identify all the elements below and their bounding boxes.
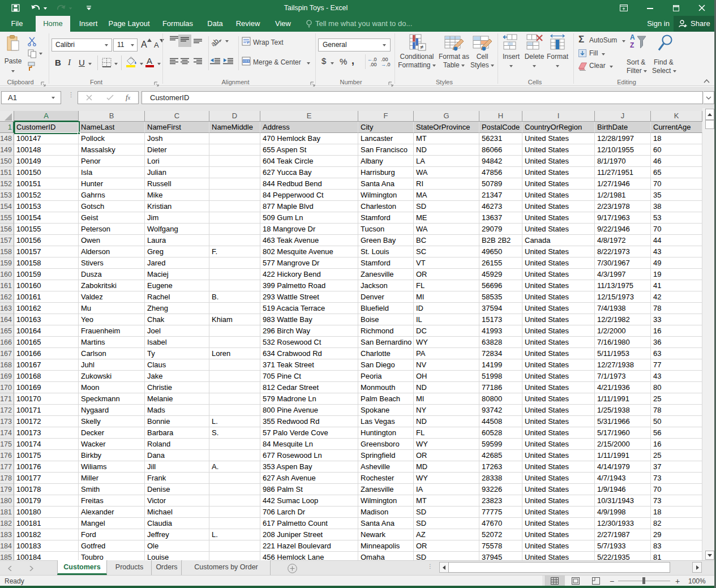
svg-text:≠: ≠	[420, 44, 423, 50]
